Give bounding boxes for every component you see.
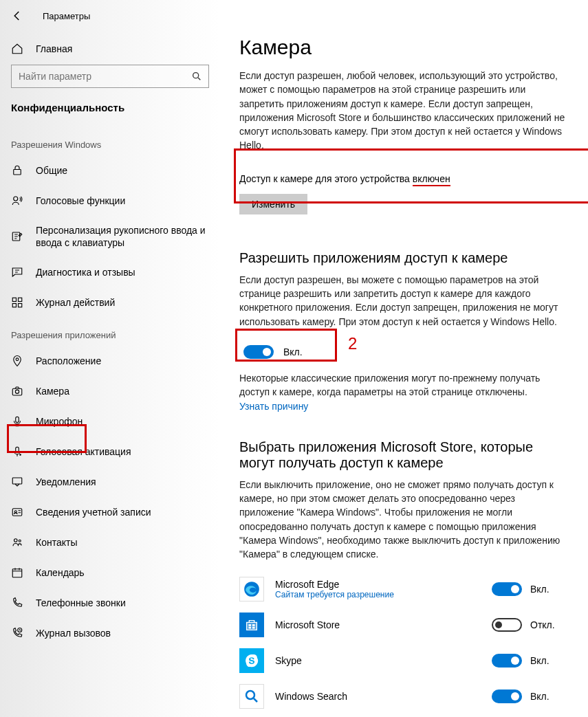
home-label: Главная (36, 43, 72, 54)
svg-rect-11 (16, 417, 19, 423)
sidebar-item-label: Сведения учетной записи (36, 507, 151, 518)
sidebar-item-label: Голосовые функции (36, 195, 125, 206)
sidebar-item-label: Журнал действий (36, 297, 115, 308)
toggle-label: Вкл. (530, 655, 549, 666)
svg-rect-22 (248, 624, 251, 626)
sidebar-item-notifications[interactable]: Уведомления (0, 467, 220, 497)
speech-icon (11, 195, 23, 207)
annotation-highlight-camera (7, 424, 87, 453)
allow-apps-body: Если доступ разрешен, вы можете с помощь… (239, 273, 567, 329)
sidebar-item-label: Общие (36, 165, 67, 176)
sidebar-item-general[interactable]: Общие (0, 155, 220, 186)
svg-point-26 (246, 691, 254, 699)
app-toggle-search[interactable] (492, 690, 522, 703)
sidebar-item-contacts[interactable]: Контакты (0, 527, 220, 558)
phone-icon (11, 597, 23, 609)
sidebar: Параметры Главная Конфиденциальность Раз… (0, 0, 220, 717)
app-icon-skype (239, 648, 264, 673)
sidebar-item-label: Персонализация рукописного ввода и ввода… (36, 224, 209, 249)
svg-point-16 (14, 511, 17, 513)
back-icon[interactable] (11, 10, 23, 22)
main-panel: Камера Если доступ разрешен, любой челов… (220, 0, 588, 717)
inking-icon (11, 230, 23, 243)
svg-rect-14 (12, 478, 22, 484)
svg-point-13 (20, 454, 21, 456)
sidebar-item-account-info[interactable]: Сведения учетной записи (0, 497, 220, 527)
svg-rect-23 (252, 624, 255, 626)
sidebar-item-activity[interactable]: Журнал действий (0, 287, 220, 318)
annotation-highlight-2 (235, 329, 337, 362)
svg-rect-6 (12, 304, 16, 307)
app-row-skype: Skype Вкл. (239, 643, 567, 679)
intro-text: Если доступ разрешен, любой человек, исп… (239, 69, 567, 153)
sidebar-item-label: Календарь (36, 567, 85, 578)
location-icon (11, 355, 23, 367)
annotation-highlight-1 (234, 148, 588, 203)
search-icon (191, 71, 202, 82)
toggle-label: Вкл. (530, 691, 549, 702)
sidebar-item-phone-calls[interactable]: Телефонные звонки (0, 588, 220, 618)
learn-why-link[interactable]: Узнать причину (239, 401, 308, 412)
sidebar-item-label: Камера (36, 386, 69, 397)
camera-icon (11, 385, 23, 397)
sidebar-item-camera[interactable]: Камера (0, 376, 220, 406)
app-name: Windows Search (275, 691, 481, 702)
sidebar-item-speech[interactable]: Голосовые функции (0, 186, 220, 216)
svg-rect-25 (252, 626, 255, 628)
svg-rect-1 (14, 170, 21, 175)
sidebar-item-calendar[interactable]: Календарь (0, 558, 220, 588)
app-row-search: Windows Search Вкл. (239, 679, 567, 714)
sidebar-item-label: Телефонные звонки (36, 597, 126, 608)
app-name: Microsoft Edge (275, 579, 481, 590)
group-windows-label: Разрешения Windows (0, 127, 220, 155)
sidebar-item-label: Диагностика и отзывы (36, 267, 135, 278)
lock-icon (11, 164, 23, 177)
desktop-apps-note: Некоторые классические приложения могут … (239, 371, 567, 413)
svg-rect-5 (19, 298, 22, 302)
svg-rect-7 (19, 304, 22, 307)
app-toggle-edge[interactable] (492, 582, 522, 596)
sidebar-item-call-history[interactable]: Журнал вызовов (0, 618, 220, 648)
svg-point-10 (15, 390, 19, 394)
svg-point-2 (14, 197, 18, 201)
activity-icon (11, 296, 23, 309)
app-row-edge: Microsoft Edge Сайтам требуется разрешен… (239, 571, 567, 607)
account-icon (11, 506, 23, 518)
svg-rect-15 (12, 509, 22, 516)
svg-rect-24 (248, 626, 251, 628)
app-icon-store (239, 613, 264, 637)
svg-point-17 (14, 539, 18, 542)
calendar-icon (11, 566, 23, 579)
sidebar-item-location[interactable]: Расположение (0, 346, 220, 376)
sidebar-item-label: Расположение (36, 355, 101, 366)
toggle-label: Откл. (530, 619, 555, 630)
call-history-icon (11, 627, 23, 639)
window-title: Параметры (43, 11, 90, 21)
app-toggle-skype[interactable] (492, 654, 522, 668)
app-subtext[interactable]: Сайтам требуется разрешение (275, 590, 481, 599)
sidebar-item-label: Контакты (36, 537, 77, 548)
contacts-icon (11, 536, 23, 549)
app-icon-edge (239, 577, 264, 602)
svg-rect-19 (12, 569, 22, 577)
search-input[interactable] (11, 65, 209, 88)
group-apps-label: Разрешения приложений (0, 318, 220, 346)
app-name: Skype (275, 655, 481, 666)
home-button[interactable]: Главная (0, 36, 220, 62)
feedback-icon (11, 266, 23, 278)
app-name: Microsoft Store (275, 619, 481, 630)
svg-rect-4 (12, 298, 16, 302)
svg-point-8 (16, 358, 19, 361)
svg-point-0 (193, 73, 199, 78)
notifications-icon (11, 476, 23, 488)
sidebar-item-inking[interactable]: Персонализация рукописного ввода и ввода… (0, 216, 220, 257)
sidebar-item-feedback[interactable]: Диагностика и отзывы (0, 257, 220, 287)
search-wrap (11, 65, 209, 88)
app-icon-search (239, 684, 264, 709)
page-title: Камера (239, 36, 567, 59)
toggle-label: Вкл. (530, 584, 549, 595)
allow-apps-title: Разрешить приложениям доступ к камере (239, 250, 567, 266)
app-toggle-store[interactable] (492, 618, 522, 632)
annotation-number-2: 2 (348, 334, 357, 353)
sidebar-item-label: Уведомления (36, 476, 96, 487)
